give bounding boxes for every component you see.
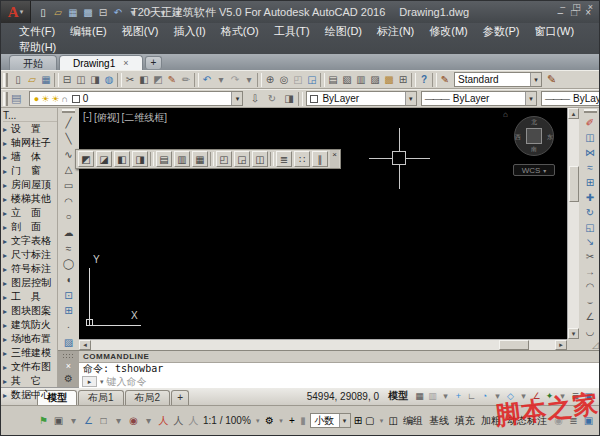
zoom-previous-icon[interactable]: ◲ xyxy=(305,72,319,88)
chevron-down-icon[interactable]: ▾ xyxy=(530,73,541,86)
menu-file[interactable]: 文件(F) xyxy=(19,24,55,39)
gear-icon[interactable]: ⚙ xyxy=(265,414,274,428)
viewcube-north-label[interactable]: 北 xyxy=(515,118,553,127)
sidebar-item-file-layout[interactable]: ▸ 文件布图 xyxy=(3,360,57,374)
distribute-horizontal-icon[interactable]: ◰ xyxy=(216,151,232,167)
tab-layout2[interactable]: 布局2 xyxy=(125,390,171,405)
layer-select[interactable]: ● ☀ ☀ ∩ 0 ▾ xyxy=(29,91,244,106)
axes-icon[interactable]: ∠ xyxy=(82,414,95,428)
sidebar-item-3d-modeling[interactable]: ▸ 三维建模 xyxy=(3,346,57,360)
paste-icon[interactable]: ◩ xyxy=(151,72,165,88)
menu-insert[interactable]: 插入(I) xyxy=(173,24,205,39)
columns-icon[interactable]: ∷ xyxy=(294,151,310,167)
chevron-down-icon[interactable]: ▾ xyxy=(100,378,104,386)
viewcube[interactable]: 北 南 西 东 xyxy=(514,116,554,156)
otrack-icon[interactable]: ∠ xyxy=(530,389,543,403)
sidebar-title[interactable]: T... xyxy=(3,109,57,122)
linetype-select[interactable]: ——— ByLayer ▾ xyxy=(421,91,537,106)
cube-icon[interactable]: ▣ xyxy=(52,414,65,428)
toolbar-grip[interactable] xyxy=(584,109,597,113)
arc-icon[interactable]: ◠ xyxy=(60,193,78,209)
plot-icon[interactable]: ⊟ xyxy=(96,4,110,20)
doc-minimize-button[interactable]: – xyxy=(560,2,565,12)
sidebar-item-settings[interactable]: ▸ 设 置 xyxy=(3,122,57,136)
trim-icon[interactable]: ✂ xyxy=(581,249,599,264)
app-menu-button[interactable]: A ▾ xyxy=(1,1,31,23)
wcs-menu[interactable]: WCS ▾ xyxy=(513,164,555,176)
toolbar-grip[interactable] xyxy=(3,92,8,106)
layer-properties-manager-icon[interactable]: ▤ xyxy=(11,92,29,105)
etransmit-icon[interactable]: ◍ xyxy=(102,72,116,88)
chevron-down-icon[interactable]: ▾ xyxy=(254,414,262,428)
chevron-down-icon[interactable]: ▾ xyxy=(377,414,385,428)
green-flag-icon[interactable]: ⚑ xyxy=(37,414,50,428)
chamfer-icon[interactable]: ∠ xyxy=(581,309,599,324)
chevron-down-icon[interactable]: ▾ xyxy=(525,92,536,105)
menu-tools[interactable]: 工具(T) xyxy=(274,24,310,39)
edit-icon[interactable]: ✏ xyxy=(179,72,193,88)
help-icon[interactable]: ? xyxy=(417,72,431,88)
menu-dimension[interactable]: 标注(N) xyxy=(377,24,414,39)
doc-close-button[interactable]: × xyxy=(588,2,593,12)
align-center-icon[interactable]: ▥ xyxy=(174,151,190,167)
align-right-icon[interactable]: ▦ xyxy=(192,151,208,167)
sidebar-item-block-pattern[interactable]: ▸ 图块图案 xyxy=(3,304,57,318)
viewcube-top-face[interactable] xyxy=(526,128,542,144)
bring-above-icon[interactable]: ◧ xyxy=(114,151,130,167)
construction-line-icon[interactable]: ╲ xyxy=(60,131,78,147)
undo-caret-icon[interactable]: ▾ xyxy=(214,72,228,88)
cube-caret-icon[interactable]: ▾ xyxy=(67,414,80,428)
rotate-icon[interactable]: ↻ xyxy=(581,205,599,220)
group-icon[interactable]: ◫ xyxy=(389,414,398,428)
ellipse-arc-icon[interactable]: ◖ xyxy=(60,272,78,288)
new-icon[interactable]: ▯ xyxy=(36,4,50,20)
scroll-right-button[interactable]: ▸ xyxy=(555,340,567,350)
new-icon[interactable]: ▯ xyxy=(11,72,25,88)
sidebar-item-elevation[interactable]: ▸ 立 面 xyxy=(3,206,57,220)
sidebar-item-stair-other[interactable]: ▸ 楼梯其他 xyxy=(3,192,57,206)
fillet-icon[interactable]: ◡ xyxy=(581,324,599,339)
copy-icon[interactable]: ◧ xyxy=(137,72,151,88)
undo-caret-icon[interactable]: ▾ xyxy=(126,4,140,20)
distribute-vertical-icon[interactable]: ◲ xyxy=(234,151,250,167)
sidebar-item-door-window[interactable]: ▸ 门 窗 xyxy=(3,164,57,178)
wheel-caret-icon[interactable]: ▾ xyxy=(142,414,155,428)
annotation-runner-red-icon[interactable]: 人 xyxy=(157,414,170,428)
send-to-back-icon[interactable]: ◪ xyxy=(96,151,112,167)
horizontal-scroll-thumb[interactable] xyxy=(499,340,529,350)
osnap-icon[interactable]: ◇ xyxy=(504,389,517,403)
zoom-realtime-icon[interactable]: ◎ xyxy=(277,72,291,88)
annotation-visibility-icon[interactable]: ✦ xyxy=(543,389,556,403)
zoom-window-icon[interactable]: ◰ xyxy=(291,72,305,88)
model-space-button[interactable]: 模型 xyxy=(388,389,408,403)
revision-cloud-icon[interactable]: ☁ xyxy=(60,225,78,241)
viewcube-home-icon[interactable]: ⌂ xyxy=(503,110,508,119)
toggle-dynamic-dimension[interactable]: 动态标注 xyxy=(505,412,549,430)
drag-grip-icon[interactable] xyxy=(62,353,75,360)
toggle-baseline[interactable]: 基线 xyxy=(427,412,451,430)
annotation-monitor-icon[interactable]: ▣ xyxy=(582,389,595,403)
redo-caret-icon[interactable]: ▾ xyxy=(242,72,256,88)
array-icon[interactable]: ⊞ xyxy=(581,175,599,190)
sidebar-item-tools[interactable]: ▸ 工 具 xyxy=(3,290,57,304)
chevron-down-icon[interactable]: ▾ xyxy=(339,414,350,427)
save-icon[interactable]: ▦ xyxy=(66,4,80,20)
insert-block-icon[interactable]: ⊡ xyxy=(60,287,78,303)
circle-icon[interactable]: ○ xyxy=(60,209,78,225)
plot-preview-icon[interactable]: ◫ xyxy=(74,72,88,88)
annotation-caret-icon[interactable]: ▾ xyxy=(556,389,569,403)
align-left-icon[interactable]: ▤ xyxy=(156,151,172,167)
scale-icon[interactable]: ◱ xyxy=(581,220,599,235)
box-caret-icon[interactable]: ▾ xyxy=(112,414,125,428)
scroll-left-button[interactable]: ◂ xyxy=(79,340,91,350)
display-icon[interactable]: ▢ xyxy=(365,414,374,428)
sheet-set-manager-icon[interactable]: ▨ xyxy=(368,72,382,88)
point-icon[interactable]: ∙ xyxy=(60,319,78,335)
command-close-icon[interactable]: × xyxy=(66,361,71,372)
lineweight-select[interactable]: ——— ByLayer xyxy=(541,91,599,106)
menu-parametric[interactable]: 参数(P) xyxy=(483,24,520,39)
equal-spacing-icon[interactable]: ◫ xyxy=(252,151,268,167)
extend-icon[interactable]: → xyxy=(581,264,599,279)
new-layout-button[interactable]: + xyxy=(171,390,189,405)
stretch-icon[interactable]: ↘ xyxy=(581,235,599,250)
